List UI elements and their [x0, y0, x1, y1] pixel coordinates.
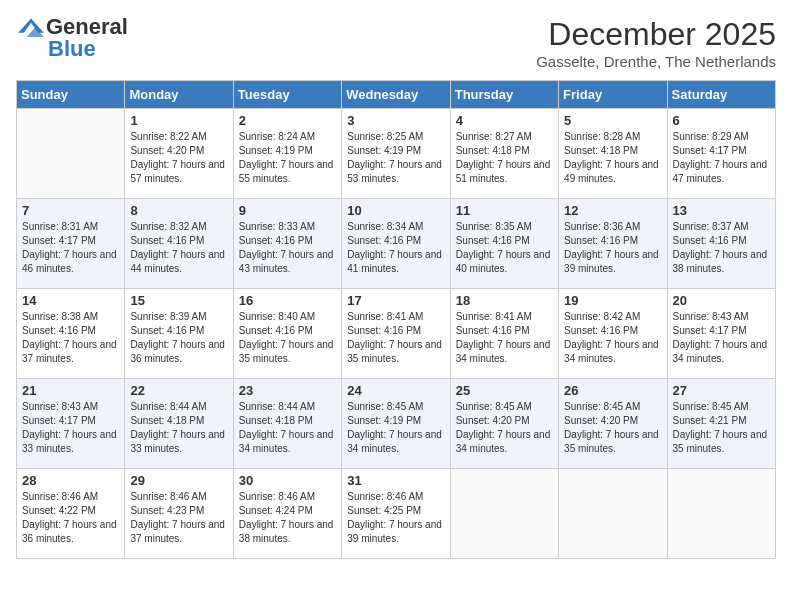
day-detail: Sunrise: 8:44 AMSunset: 4:18 PMDaylight:…: [239, 401, 334, 454]
day-number: 15: [130, 293, 227, 308]
calendar-cell: [17, 109, 125, 199]
location-title: Gasselte, Drenthe, The Netherlands: [536, 53, 776, 70]
day-detail: Sunrise: 8:38 AMSunset: 4:16 PMDaylight:…: [22, 311, 117, 364]
title-section: December 2025 Gasselte, Drenthe, The Net…: [536, 16, 776, 70]
day-number: 9: [239, 203, 336, 218]
day-detail: Sunrise: 8:45 AMSunset: 4:21 PMDaylight:…: [673, 401, 768, 454]
calendar-cell: 22 Sunrise: 8:44 AMSunset: 4:18 PMDaylig…: [125, 379, 233, 469]
calendar-cell: 4 Sunrise: 8:27 AMSunset: 4:18 PMDayligh…: [450, 109, 558, 199]
day-detail: Sunrise: 8:44 AMSunset: 4:18 PMDaylight:…: [130, 401, 225, 454]
calendar-cell: [559, 469, 667, 559]
day-number: 11: [456, 203, 553, 218]
day-number: 18: [456, 293, 553, 308]
day-number: 25: [456, 383, 553, 398]
column-header-wednesday: Wednesday: [342, 81, 450, 109]
day-detail: Sunrise: 8:41 AMSunset: 4:16 PMDaylight:…: [347, 311, 442, 364]
day-detail: Sunrise: 8:22 AMSunset: 4:20 PMDaylight:…: [130, 131, 225, 184]
calendar-cell: 14 Sunrise: 8:38 AMSunset: 4:16 PMDaylig…: [17, 289, 125, 379]
logo-icon: [16, 17, 46, 37]
day-number: 10: [347, 203, 444, 218]
day-detail: Sunrise: 8:32 AMSunset: 4:16 PMDaylight:…: [130, 221, 225, 274]
calendar-week-row: 1 Sunrise: 8:22 AMSunset: 4:20 PMDayligh…: [17, 109, 776, 199]
calendar-cell: 17 Sunrise: 8:41 AMSunset: 4:16 PMDaylig…: [342, 289, 450, 379]
calendar-cell: 13 Sunrise: 8:37 AMSunset: 4:16 PMDaylig…: [667, 199, 775, 289]
day-detail: Sunrise: 8:46 AMSunset: 4:25 PMDaylight:…: [347, 491, 442, 544]
day-detail: Sunrise: 8:33 AMSunset: 4:16 PMDaylight:…: [239, 221, 334, 274]
day-detail: Sunrise: 8:43 AMSunset: 4:17 PMDaylight:…: [22, 401, 117, 454]
day-number: 17: [347, 293, 444, 308]
calendar-cell: 9 Sunrise: 8:33 AMSunset: 4:16 PMDayligh…: [233, 199, 341, 289]
day-number: 29: [130, 473, 227, 488]
day-number: 19: [564, 293, 661, 308]
calendar-cell: 28 Sunrise: 8:46 AMSunset: 4:22 PMDaylig…: [17, 469, 125, 559]
calendar-cell: 5 Sunrise: 8:28 AMSunset: 4:18 PMDayligh…: [559, 109, 667, 199]
calendar-week-row: 21 Sunrise: 8:43 AMSunset: 4:17 PMDaylig…: [17, 379, 776, 469]
column-header-tuesday: Tuesday: [233, 81, 341, 109]
day-number: 20: [673, 293, 770, 308]
day-detail: Sunrise: 8:46 AMSunset: 4:24 PMDaylight:…: [239, 491, 334, 544]
column-header-thursday: Thursday: [450, 81, 558, 109]
page-header: General Blue December 2025 Gasselte, Dre…: [16, 16, 776, 70]
day-number: 5: [564, 113, 661, 128]
calendar-cell: 2 Sunrise: 8:24 AMSunset: 4:19 PMDayligh…: [233, 109, 341, 199]
day-number: 26: [564, 383, 661, 398]
calendar-cell: 30 Sunrise: 8:46 AMSunset: 4:24 PMDaylig…: [233, 469, 341, 559]
day-number: 2: [239, 113, 336, 128]
day-number: 21: [22, 383, 119, 398]
calendar-cell: 24 Sunrise: 8:45 AMSunset: 4:19 PMDaylig…: [342, 379, 450, 469]
day-detail: Sunrise: 8:41 AMSunset: 4:16 PMDaylight:…: [456, 311, 551, 364]
day-number: 31: [347, 473, 444, 488]
day-detail: Sunrise: 8:42 AMSunset: 4:16 PMDaylight:…: [564, 311, 659, 364]
column-header-friday: Friday: [559, 81, 667, 109]
calendar-cell: 23 Sunrise: 8:44 AMSunset: 4:18 PMDaylig…: [233, 379, 341, 469]
day-detail: Sunrise: 8:28 AMSunset: 4:18 PMDaylight:…: [564, 131, 659, 184]
day-number: 14: [22, 293, 119, 308]
logo-general: General: [46, 16, 128, 38]
day-number: 8: [130, 203, 227, 218]
calendar-cell: 18 Sunrise: 8:41 AMSunset: 4:16 PMDaylig…: [450, 289, 558, 379]
day-detail: Sunrise: 8:45 AMSunset: 4:19 PMDaylight:…: [347, 401, 442, 454]
day-number: 23: [239, 383, 336, 398]
column-header-monday: Monday: [125, 81, 233, 109]
calendar-cell: 31 Sunrise: 8:46 AMSunset: 4:25 PMDaylig…: [342, 469, 450, 559]
day-number: 24: [347, 383, 444, 398]
day-detail: Sunrise: 8:34 AMSunset: 4:16 PMDaylight:…: [347, 221, 442, 274]
day-number: 7: [22, 203, 119, 218]
calendar-cell: 6 Sunrise: 8:29 AMSunset: 4:17 PMDayligh…: [667, 109, 775, 199]
day-number: 27: [673, 383, 770, 398]
calendar-cell: 16 Sunrise: 8:40 AMSunset: 4:16 PMDaylig…: [233, 289, 341, 379]
month-title: December 2025: [536, 16, 776, 53]
day-number: 1: [130, 113, 227, 128]
day-number: 30: [239, 473, 336, 488]
day-detail: Sunrise: 8:36 AMSunset: 4:16 PMDaylight:…: [564, 221, 659, 274]
day-detail: Sunrise: 8:25 AMSunset: 4:19 PMDaylight:…: [347, 131, 442, 184]
day-detail: Sunrise: 8:39 AMSunset: 4:16 PMDaylight:…: [130, 311, 225, 364]
calendar-cell: 11 Sunrise: 8:35 AMSunset: 4:16 PMDaylig…: [450, 199, 558, 289]
day-number: 12: [564, 203, 661, 218]
calendar-week-row: 14 Sunrise: 8:38 AMSunset: 4:16 PMDaylig…: [17, 289, 776, 379]
calendar-cell: 25 Sunrise: 8:45 AMSunset: 4:20 PMDaylig…: [450, 379, 558, 469]
day-number: 6: [673, 113, 770, 128]
calendar-header-row: SundayMondayTuesdayWednesdayThursdayFrid…: [17, 81, 776, 109]
day-number: 28: [22, 473, 119, 488]
logo: General Blue: [16, 16, 128, 60]
calendar-cell: 29 Sunrise: 8:46 AMSunset: 4:23 PMDaylig…: [125, 469, 233, 559]
logo-blue: Blue: [48, 38, 96, 60]
svg-marker-0: [18, 18, 44, 32]
calendar-cell: [450, 469, 558, 559]
calendar-cell: 3 Sunrise: 8:25 AMSunset: 4:19 PMDayligh…: [342, 109, 450, 199]
calendar-cell: 8 Sunrise: 8:32 AMSunset: 4:16 PMDayligh…: [125, 199, 233, 289]
calendar-week-row: 28 Sunrise: 8:46 AMSunset: 4:22 PMDaylig…: [17, 469, 776, 559]
column-header-sunday: Sunday: [17, 81, 125, 109]
calendar-cell: [667, 469, 775, 559]
day-number: 22: [130, 383, 227, 398]
day-detail: Sunrise: 8:31 AMSunset: 4:17 PMDaylight:…: [22, 221, 117, 274]
calendar-cell: 26 Sunrise: 8:45 AMSunset: 4:20 PMDaylig…: [559, 379, 667, 469]
calendar-cell: 10 Sunrise: 8:34 AMSunset: 4:16 PMDaylig…: [342, 199, 450, 289]
calendar-cell: 21 Sunrise: 8:43 AMSunset: 4:17 PMDaylig…: [17, 379, 125, 469]
column-header-saturday: Saturday: [667, 81, 775, 109]
day-detail: Sunrise: 8:46 AMSunset: 4:22 PMDaylight:…: [22, 491, 117, 544]
calendar-cell: 12 Sunrise: 8:36 AMSunset: 4:16 PMDaylig…: [559, 199, 667, 289]
calendar-cell: 27 Sunrise: 8:45 AMSunset: 4:21 PMDaylig…: [667, 379, 775, 469]
day-number: 3: [347, 113, 444, 128]
